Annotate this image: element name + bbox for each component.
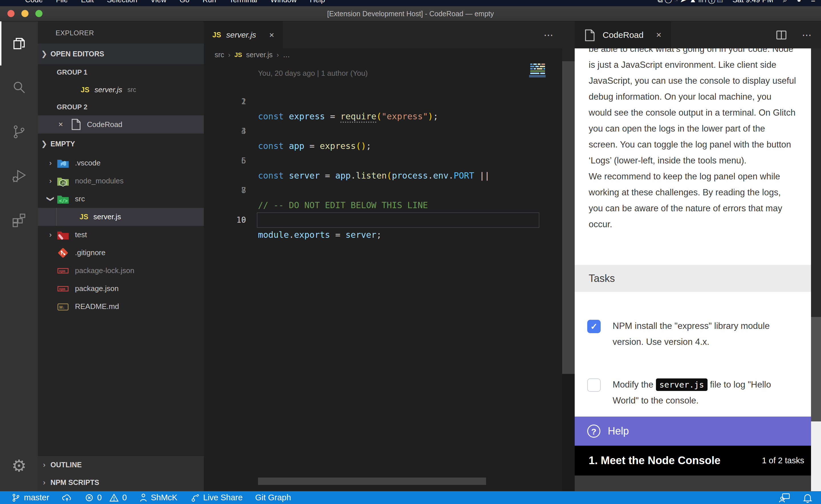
panel-more-actions[interactable]: ⋯ [802,29,812,41]
siri-icon[interactable]: ◒ [797,0,801,4]
tree-item-node-modules[interactable]: › JS node_modules [38,172,204,190]
open-editors-section-header[interactable]: ❯ OPEN EDITORS [38,44,204,64]
svg-text:npm: npm [59,269,65,273]
git-branch-status[interactable]: master [11,493,49,502]
tree-item-vscode[interactable]: › .vscode [38,154,204,172]
tree-item-package-json[interactable]: npm package.json [38,280,204,298]
git-graph-button[interactable]: Git Graph [255,493,291,502]
menu-help[interactable]: Help [310,0,325,4]
editor-tab-bar: JS server.js × ⋯ [204,21,562,48]
git-branch-icon [12,124,26,139]
control-center-icon[interactable]: ≡ [811,0,815,4]
js-file-icon: JS [234,51,242,59]
open-editor-coderoad[interactable]: × CodeRoad [38,115,204,134]
lesson-footer[interactable]: 1. Meet the Node Console 1 of 2 tasks [575,446,813,476]
task2-checkbox[interactable] [587,378,600,392]
file-icon [584,29,596,41]
close-tab-icon[interactable]: × [656,30,661,40]
editor-group: JS server.js × ⋯ src › JS server.js › … … [204,21,562,491]
search-icon [12,80,26,95]
menu-terminal[interactable]: Terminal [229,0,257,4]
breadcrumb[interactable]: src › JS server.js › … [204,48,562,61]
source-control-activity-button[interactable] [0,110,38,154]
tree-item-package-lock[interactable]: npm package-lock.json [38,262,204,280]
menu-view[interactable]: View [150,0,166,4]
tree-item-test[interactable]: › test [38,226,204,244]
git-branch-icon [11,493,21,502]
svg-text:npm: npm [59,287,65,291]
menu-code[interactable]: Code [25,0,43,4]
live-share-button[interactable]: Live Share [190,493,243,503]
code-editor[interactable]: You, 20 days ago | 1 author (You) 1 cons… [204,61,562,491]
tree-item-gitignore[interactable]: .gitignore [38,244,204,262]
editor-more-actions[interactable]: ⋯ [544,21,554,48]
explorer-sidebar: EXPLORER ❯ OPEN EDITORS GROUP 1 JS serve… [38,21,204,491]
markdown-icon: M↓ [57,300,69,313]
person-icon [139,493,147,503]
close-icon[interactable]: × [55,120,66,129]
folder-section-header[interactable]: ❯ EMPTY [38,134,204,154]
panel-left-scrollbar[interactable] [562,61,575,374]
notifications-bell-icon[interactable] [803,493,812,503]
run-debug-activity-button[interactable] [0,154,38,198]
outline-section-header[interactable]: › OUTLINE [38,456,204,474]
js-file-icon: JS [81,86,89,94]
vscode-folder-icon [57,157,69,169]
indent-guide [56,208,72,226]
account-status[interactable]: ShMcK [139,493,177,503]
menu-selection[interactable]: Selection [107,0,137,4]
macos-menu-bar: Code File Edit Selection View Go Run Ter… [0,0,821,6]
menu-run[interactable]: Run [202,0,216,4]
menu-window[interactable]: Window [270,0,297,4]
chevron-right-icon: › [38,478,50,487]
minimap[interactable] [529,61,546,135]
git-blame-annotation[interactable]: You, 20 days ago | 1 author (You) [258,67,368,79]
extensions-activity-button[interactable] [0,198,38,242]
menu-edit[interactable]: Edit [81,0,94,4]
lesson-description: be able to check what’s going on in your… [589,48,800,232]
close-tab-icon[interactable]: × [269,30,274,40]
warnings-icon [109,493,119,502]
current-line-highlight [257,212,539,228]
git-icon [57,247,69,259]
breadcrumb-separator-icon: › [277,51,279,59]
tasks-header: Tasks [575,265,811,292]
npm-scripts-section-header[interactable]: › NPM SCRIPTS [38,474,204,491]
sync-button[interactable] [62,493,72,502]
svg-text:</>: </> [59,198,68,204]
horizontal-scrollbar[interactable] [258,478,486,485]
test-folder-icon [57,229,69,241]
explorer-activity-button[interactable] [0,21,38,65]
tab-coderoad[interactable]: CodeRoad × [575,21,671,48]
tree-item-readme[interactable]: M↓ README.md [38,298,204,315]
settings-gear-icon[interactable]: ⚙ [0,456,38,476]
menu-file[interactable]: File [56,0,68,4]
menubar-status-icons[interactable]: ⧉ ◯ ◔ ➤ ▲ ⋔ ❘ ⓘ ▤ [658,0,723,4]
menubar-clock[interactable]: Sat 9:49 PM [732,0,773,4]
spotlight-icon[interactable]: ⌕ [783,0,787,4]
tab-serverjs[interactable]: JS server.js × [204,21,283,48]
panel-bottom-strip [575,476,813,491]
task1-checkbox[interactable]: ✓ [587,320,600,333]
js-file-icon: JS [213,31,221,39]
tree-item-src[interactable]: ❯ </> src [38,190,204,208]
problems-status[interactable]: 0 0 [85,493,127,502]
help-button[interactable]: ? Help [575,417,813,446]
activity-bar: ⚙ [0,21,38,491]
breadcrumb-separator-icon: › [228,51,230,59]
js-file-icon: JS [79,213,88,221]
editor-panel-sash[interactable] [562,21,575,491]
feedback-icon[interactable] [779,493,790,503]
inline-code-chip: server.js [656,378,708,391]
chevron-right-icon: › [44,230,57,239]
open-editor-serverjs[interactable]: JS server.js src [38,81,204,99]
search-activity-button[interactable] [0,65,38,110]
svg-text:JS: JS [61,181,66,185]
split-editor-icon[interactable] [776,29,787,41]
lesson-title: 1. Meet the Node Console [589,454,762,467]
extensions-icon [11,212,27,228]
menu-go[interactable]: Go [179,0,189,4]
tree-item-serverjs[interactable]: JS server.js [38,208,204,226]
chevron-right-icon: › [44,159,57,167]
panel-right-scrollbar[interactable] [811,48,821,491]
